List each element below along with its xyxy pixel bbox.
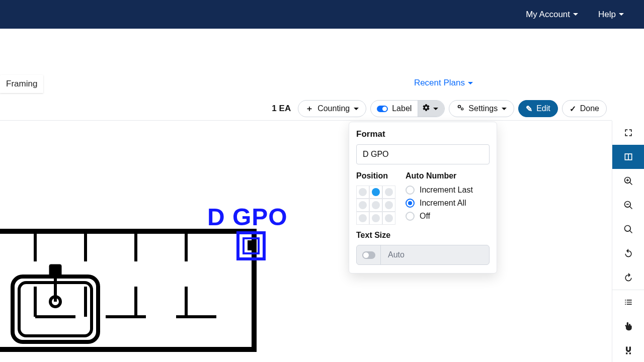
zoom-fit-button[interactable] [612, 217, 644, 241]
my-account-link[interactable]: My Account [526, 10, 578, 20]
caret-down-icon [619, 13, 624, 16]
position-cell-6[interactable] [356, 212, 369, 225]
split-view-button[interactable] [612, 145, 644, 169]
settings-label: Settings [468, 104, 498, 113]
floorplan-drawing [0, 216, 262, 362]
recent-plans-label: Recent Plans [414, 78, 465, 88]
toggle-on-icon [377, 106, 388, 112]
zoom-in-icon [623, 176, 633, 186]
position-grid [356, 186, 395, 225]
zoom-out-icon [623, 200, 633, 210]
position-section: Position [356, 171, 395, 225]
auto-number-heading: Auto Number [406, 171, 473, 180]
recent-plans-dropdown[interactable]: Recent Plans [414, 78, 473, 88]
undo-icon [623, 248, 633, 258]
help-label: Help [598, 10, 616, 20]
columns-icon [623, 152, 633, 162]
auto-number-radios: Increment Last Increment All Off [406, 186, 473, 221]
search-icon [623, 224, 633, 234]
top-nav: My Account Help [0, 0, 644, 29]
gears-icon [456, 104, 464, 114]
label-format-popover: Format Position Auto Number Increm [349, 122, 497, 274]
label-gear-dropdown[interactable] [418, 101, 444, 117]
svg-rect-18 [49, 264, 61, 277]
auto-number-increment-last[interactable]: Increment Last [406, 186, 473, 195]
zoom-out-button[interactable] [612, 193, 644, 217]
format-heading: Format [356, 129, 490, 139]
position-cell-2[interactable] [382, 186, 395, 199]
position-cell-5[interactable] [382, 199, 395, 212]
counting-label: Counting [317, 104, 350, 113]
text-size-section: Text Size Auto [356, 231, 490, 265]
toolbar: 1 EA Counting Label Settings Edit D [0, 97, 612, 121]
edit-icon [526, 104, 532, 114]
position-cell-1[interactable] [369, 186, 382, 199]
auto-number-section: Auto Number Increment Last Increment All… [406, 171, 473, 225]
done-button[interactable]: Done [562, 100, 607, 117]
caret-down-icon [573, 13, 578, 16]
count-marker[interactable] [236, 231, 266, 260]
caret-down-icon [433, 108, 438, 110]
settings-dropdown[interactable]: Settings [449, 100, 514, 117]
position-cell-3[interactable] [356, 199, 369, 212]
magnet-icon [623, 345, 633, 355]
quantity-label: 1 EA [272, 104, 291, 114]
expand-icon [623, 128, 633, 138]
position-cell-4[interactable] [369, 199, 382, 212]
edit-label: Edit [536, 104, 550, 113]
done-label: Done [580, 104, 599, 113]
my-account-label: My Account [526, 10, 570, 20]
label-toggle[interactable]: Label [371, 101, 418, 117]
check-icon [570, 104, 576, 114]
text-size-control[interactable]: Auto [356, 245, 490, 265]
plus-icon [305, 104, 313, 114]
label-text: Label [392, 104, 412, 113]
counting-dropdown[interactable]: Counting [298, 100, 366, 117]
auto-number-off[interactable]: Off [406, 212, 473, 221]
auto-number-opt-1: Increment All [420, 199, 466, 208]
list-button[interactable] [612, 290, 644, 314]
auto-number-opt-0: Increment Last [420, 186, 473, 195]
tab-row: Framing Recent Plans [0, 69, 644, 97]
fullscreen-button[interactable] [612, 121, 644, 145]
touch-button[interactable] [612, 314, 644, 338]
snap-button[interactable] [612, 338, 644, 362]
redo-icon [623, 273, 633, 283]
caret-down-icon [354, 108, 359, 110]
position-cell-8[interactable] [382, 212, 395, 225]
marker-label: D GPO [207, 203, 288, 231]
list-icon [623, 297, 633, 307]
hand-pointer-icon [623, 321, 633, 331]
zoom-in-button[interactable] [612, 169, 644, 193]
redo-button[interactable] [612, 265, 644, 290]
tab-framing[interactable]: Framing [0, 75, 43, 93]
label-settings-pill: Label [370, 100, 445, 117]
help-link[interactable]: Help [598, 10, 624, 20]
toggle-off-icon [362, 251, 375, 259]
undo-button[interactable] [612, 241, 644, 265]
text-size-mode: Auto [381, 250, 405, 259]
position-cell-0[interactable] [356, 186, 369, 199]
gear-icon [422, 104, 430, 114]
position-cell-7[interactable] [369, 212, 382, 225]
auto-number-increment-all[interactable]: Increment All [406, 199, 473, 208]
format-input[interactable] [356, 144, 490, 164]
edit-button[interactable]: Edit [518, 100, 558, 117]
caret-down-icon [502, 108, 507, 110]
side-toolbar [612, 121, 644, 362]
caret-down-icon [468, 82, 473, 84]
position-heading: Position [356, 171, 395, 180]
auto-number-opt-2: Off [420, 212, 430, 221]
plan-canvas[interactable] [0, 121, 612, 362]
text-size-heading: Text Size [356, 231, 490, 240]
